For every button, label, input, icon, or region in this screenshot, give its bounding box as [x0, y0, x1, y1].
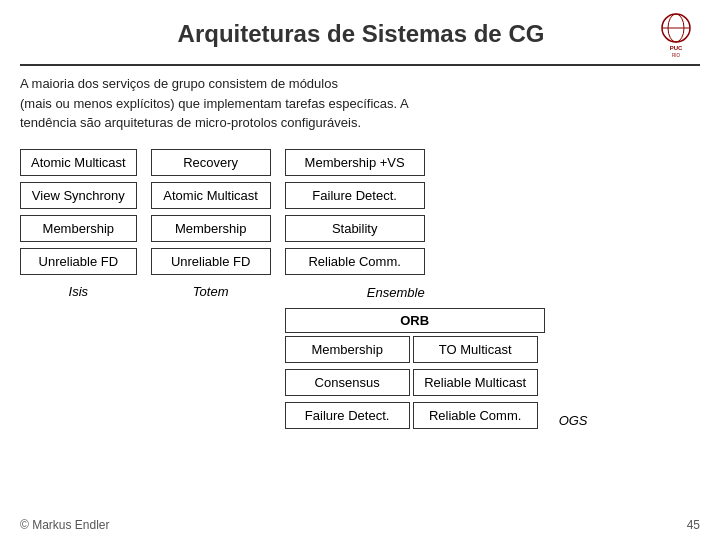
- orb-row-1: Membership TO Multicast: [285, 336, 538, 366]
- isis-box-3: Membership: [20, 215, 137, 242]
- svg-text:RIO: RIO: [672, 53, 681, 58]
- totem-box-2: Atomic Multicast: [151, 182, 271, 209]
- totem-boxes: Recovery Atomic Multicast Membership Unr…: [151, 149, 271, 278]
- header: Arquiteturas de Sistemas de CG PUC RIO: [20, 10, 700, 66]
- description: A maioria dos serviços de grupo consiste…: [20, 74, 700, 133]
- isis-box-1: Atomic Multicast: [20, 149, 137, 176]
- ensemble-label: Ensemble: [285, 285, 425, 300]
- isis-group: Atomic Multicast View Synchrony Membersh…: [20, 149, 137, 299]
- orb-header: ORB: [285, 308, 545, 333]
- orb-failure-detect: Failure Detect.: [285, 402, 410, 429]
- orb-reliable-multicast: Reliable Multicast: [413, 369, 538, 396]
- totem-group: Recovery Atomic Multicast Membership Unr…: [151, 149, 271, 299]
- ensemble-box-4: Reliable Comm.: [285, 248, 425, 275]
- page-title: Arquiteturas de Sistemas de CG: [70, 20, 652, 48]
- orb-row-2: Consensus Reliable Multicast: [285, 369, 538, 399]
- svg-text:PUC: PUC: [670, 45, 683, 51]
- orb-consensus: Consensus: [285, 369, 410, 396]
- totem-box-4: Unreliable FD: [151, 248, 271, 275]
- isis-label: Isis: [69, 284, 89, 299]
- orb-row-3: Failure Detect. Reliable Comm.: [285, 402, 538, 432]
- totem-box-3: Membership: [151, 215, 271, 242]
- page-number: 45: [687, 518, 700, 532]
- orb-membership: Membership: [285, 336, 410, 363]
- orb-to-multicast: TO Multicast: [413, 336, 538, 363]
- isis-box-2: View Synchrony: [20, 182, 137, 209]
- totem-box-1: Recovery: [151, 149, 271, 176]
- page: Arquiteturas de Sistemas de CG PUC RIO A…: [0, 0, 720, 540]
- logo-icon: PUC RIO: [652, 10, 700, 58]
- orb-reliable-comm: Reliable Comm.: [413, 402, 538, 429]
- ensemble-box-3: Stability: [285, 215, 425, 242]
- ensemble-boxes: Membership +VS Failure Detect. Stability…: [285, 149, 425, 300]
- ogs-label: OGS: [559, 413, 588, 428]
- orb-section: ORB Membership TO Multicast Consensus Re…: [285, 308, 545, 432]
- totem-label: Totem: [193, 284, 229, 299]
- ensemble-box-1: Membership +VS: [285, 149, 425, 176]
- copyright: © Markus Endler: [20, 518, 110, 532]
- ensemble-box-2: Failure Detect.: [285, 182, 425, 209]
- isis-box-4: Unreliable FD: [20, 248, 137, 275]
- isis-boxes: Atomic Multicast View Synchrony Membersh…: [20, 149, 137, 278]
- footer: © Markus Endler 45: [20, 518, 700, 532]
